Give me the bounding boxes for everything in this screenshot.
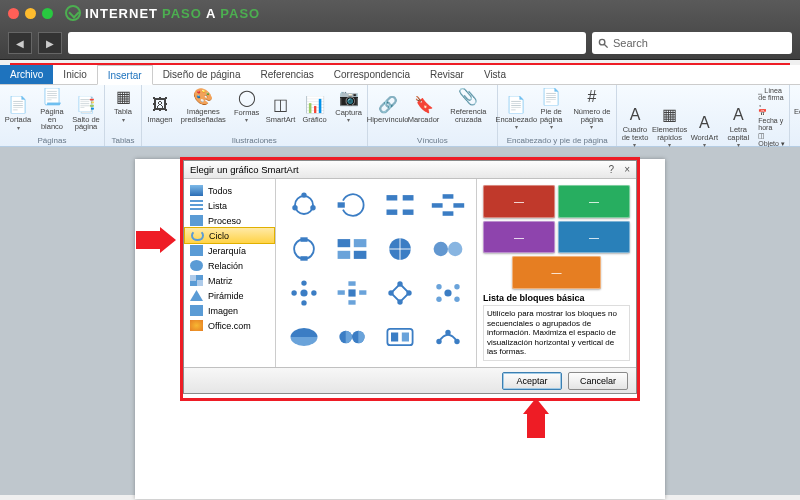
tab-insertar[interactable]: Insertar <box>97 65 153 85</box>
preview-block: — <box>558 221 630 254</box>
btn-smartart[interactable]: ◫SmartArt <box>267 95 295 124</box>
btn-imagenes-pre[interactable]: 🎨Imágenes prediseñadas <box>180 87 227 123</box>
traffic-light-max[interactable] <box>42 8 53 19</box>
cat-piramide[interactable]: Pirámide <box>184 288 275 303</box>
svg-point-53 <box>445 330 450 335</box>
textbox-icon: A <box>625 105 645 125</box>
header-icon: 📄 <box>506 95 526 115</box>
cat-imagen[interactable]: Imagen <box>184 303 275 318</box>
svg-point-3 <box>301 192 306 197</box>
hyperlink-icon: 🔗 <box>378 95 398 115</box>
btn-salto-pagina[interactable]: 📑Salto de página <box>72 95 100 131</box>
btn-letra-capital[interactable]: ALetra capital▾ <box>724 105 752 148</box>
tab-correspondencia[interactable]: Correspondencia <box>324 65 420 84</box>
file-tab[interactable]: Archivo <box>0 65 53 84</box>
traffic-light-close[interactable] <box>8 8 19 19</box>
btn-portada[interactable]: 📄Portada▾ <box>4 95 32 131</box>
svg-point-30 <box>301 300 306 305</box>
logo-text-d: PASO <box>220 6 260 21</box>
btn-pie[interactable]: 📄Pie de página▾ <box>536 87 566 130</box>
group-label: Vínculos <box>417 135 448 145</box>
svg-point-0 <box>599 39 605 45</box>
layout-thumb[interactable] <box>378 317 422 357</box>
svg-point-38 <box>406 290 411 295</box>
hierarchy-icon <box>190 245 203 256</box>
logo-icon <box>65 5 81 21</box>
svg-point-31 <box>291 290 296 295</box>
btn-formas[interactable]: ◯Formas▾ <box>233 88 261 124</box>
btn-ref-cruzada[interactable]: 📎Referencia cruzada <box>444 87 494 123</box>
cat-lista[interactable]: Lista <box>184 198 275 213</box>
tab-inicio[interactable]: Inicio <box>53 65 96 84</box>
layout-thumb[interactable] <box>330 273 374 313</box>
layout-thumb[interactable] <box>426 185 470 225</box>
layout-thumb[interactable] <box>378 185 422 225</box>
footer-icon: 📄 <box>541 87 561 107</box>
cat-matriz[interactable]: Matriz <box>184 273 275 288</box>
btn-ecuacion[interactable]: πEcuación▾ <box>794 87 800 123</box>
layout-thumb[interactable] <box>330 229 374 269</box>
btn-marcador[interactable]: 🔖Marcador <box>410 95 438 124</box>
pagenum-icon: # <box>582 87 602 107</box>
btn-objeto[interactable]: ◫ Objeto ▾ <box>758 132 785 148</box>
btn-pagina-blanco[interactable]: 📃Página en blanco <box>38 87 66 131</box>
preview-graphic: — — — — — <box>483 185 630 289</box>
nav-forward-button[interactable]: ▶ <box>38 32 62 54</box>
layout-thumb[interactable] <box>282 317 326 357</box>
svg-rect-32 <box>348 289 355 296</box>
layout-thumb[interactable] <box>378 273 422 313</box>
layout-thumb[interactable] <box>282 185 326 225</box>
search-box[interactable]: Search <box>592 32 792 54</box>
svg-marker-55 <box>523 398 549 438</box>
btn-grafico[interactable]: 📊Gráfico <box>301 95 329 124</box>
btn-wordart[interactable]: AWordArt▾ <box>690 113 718 149</box>
traffic-light-min[interactable] <box>25 8 36 19</box>
cat-proceso[interactable]: Proceso <box>184 213 275 228</box>
dialog-help-button[interactable]: ? <box>609 164 615 175</box>
logo-text-a: INTERNET <box>85 6 158 21</box>
layout-thumb[interactable] <box>330 185 374 225</box>
btn-captura[interactable]: 📷Captura▾ <box>335 88 363 124</box>
layout-thumb[interactable] <box>330 317 374 357</box>
layout-thumb[interactable] <box>426 317 470 357</box>
layout-thumb[interactable] <box>282 229 326 269</box>
crossref-icon: 📎 <box>458 87 478 107</box>
address-bar[interactable] <box>68 32 586 54</box>
svg-point-25 <box>434 242 448 256</box>
tab-revisar[interactable]: Revisar <box>420 65 474 84</box>
preview-title: Lista de bloques básica <box>483 293 630 303</box>
svg-point-42 <box>436 284 441 289</box>
layout-thumb[interactable] <box>426 273 470 313</box>
layout-thumb[interactable] <box>426 229 470 269</box>
layout-thumb[interactable] <box>282 273 326 313</box>
btn-tabla[interactable]: ▦Tabla▾ <box>109 87 137 123</box>
cat-jerarquia[interactable]: Jerarquía <box>184 243 275 258</box>
tab-vista[interactable]: Vista <box>474 65 516 84</box>
search-placeholder: Search <box>613 37 648 49</box>
dropcap-icon: A <box>728 105 748 125</box>
btn-cuadro-texto[interactable]: ACuadro de texto▾ <box>621 105 649 148</box>
btn-numero[interactable]: #Número de página▾ <box>572 87 612 130</box>
btn-imagen[interactable]: 🖼Imagen <box>146 95 174 124</box>
accept-button[interactable]: Aceptar <box>502 372 562 390</box>
tab-referencias[interactable]: Referencias <box>250 65 323 84</box>
cancel-button[interactable]: Cancelar <box>568 372 628 390</box>
btn-linea-firma[interactable]: ⎯ Línea de firma ▾ <box>758 87 785 108</box>
group-encabezado: 📄Encabezado▾ 📄Pie de página▾ #Número de … <box>498 85 617 146</box>
tab-diseno[interactable]: Diseño de página <box>153 65 251 84</box>
group-ilustraciones: 🖼Imagen 🎨Imágenes prediseñadas ◯Formas▾ … <box>142 85 368 146</box>
cat-ciclo[interactable]: Ciclo <box>184 227 275 244</box>
btn-fecha-hora[interactable]: 📅 Fecha y hora <box>758 109 785 131</box>
svg-rect-33 <box>348 281 355 286</box>
btn-elementos[interactable]: ▦Elementos rápidos▾ <box>655 105 684 148</box>
btn-encabezado[interactable]: 📄Encabezado▾ <box>502 95 530 131</box>
browser-chrome: INTERNETPASOAPASO ◀ ▶ Search <box>0 0 800 60</box>
cat-relacion[interactable]: Relación <box>184 258 275 273</box>
cat-office[interactable]: Office.com <box>184 318 275 333</box>
layout-thumb[interactable] <box>378 229 422 269</box>
ribbon-tabs: Archivo Inicio Insertar Diseño de página… <box>0 65 800 85</box>
dialog-close-button[interactable]: × <box>624 164 630 175</box>
nav-back-button[interactable]: ◀ <box>8 32 32 54</box>
btn-hipervinculo[interactable]: 🔗Hipervínculo <box>372 95 404 124</box>
cat-todos[interactable]: Todos <box>184 183 275 198</box>
